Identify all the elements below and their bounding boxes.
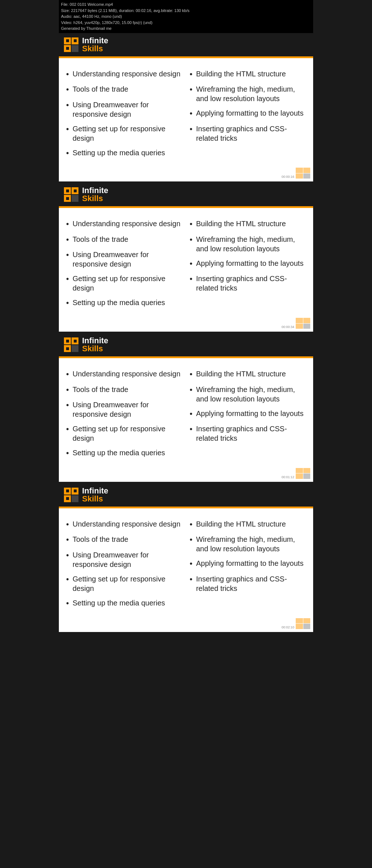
logo-square-tl	[64, 37, 71, 44]
right-col-3: Building the HTML structureWireframing t…	[190, 369, 306, 464]
timestamp-3: 00:01:12	[282, 475, 294, 479]
slide-header-3: Infinite Skills	[59, 333, 313, 356]
slide-header-4: Infinite Skills	[59, 483, 313, 507]
slide-content-4: Understanding responsive designTools of …	[59, 508, 313, 632]
brand-name: Infinite	[82, 337, 108, 345]
logo-icon	[64, 187, 78, 202]
right-item-3-3: Applying formatting to the layouts	[190, 409, 306, 419]
left-item-2-5: Setting up the media queries	[66, 298, 182, 308]
file-info-line1: File: 002 0101 Welcome.mp4	[61, 1, 311, 8]
right-col-2: Building the HTML structureWireframing t…	[190, 219, 306, 313]
file-info-line3: Audio: aac, 44100 Hz, mono (und)	[61, 13, 311, 20]
slide-2: Infinite Skills Understanding responsive…	[59, 183, 313, 332]
left-list-3: Understanding responsive designTools of …	[66, 369, 182, 459]
logo-square-bl	[64, 45, 71, 52]
right-item-4-3: Applying formatting to the layouts	[190, 559, 306, 569]
left-item-1-2: Tools of the trade	[66, 84, 182, 95]
timestamp-2: 00:00:34	[282, 325, 294, 329]
right-item-3-4: Inserting graphics and CSS-related trick…	[190, 424, 306, 443]
logo-square-br	[72, 195, 78, 202]
file-info-line2: Size: 2217647 bytes (2.11 MiB), duration…	[61, 8, 311, 14]
right-item-3-2: Wireframing the high, medium, and low re…	[190, 385, 306, 404]
left-item-2-1: Understanding responsive design	[66, 219, 182, 229]
logo-square-tr	[72, 37, 78, 44]
left-item-2-3: Using Dreamweaver for responsive design	[66, 250, 182, 269]
left-list-2: Understanding responsive designTools of …	[66, 219, 182, 308]
file-info-bar: File: 002 0101 Welcome.mp4 Size: 2217647…	[59, 0, 313, 33]
right-item-1-3: Applying formatting to the layouts	[190, 108, 306, 119]
right-col-1: Building the HTML structureWireframing t…	[190, 69, 306, 164]
slide-1: Infinite Skills Understanding responsive…	[59, 33, 313, 182]
left-item-1-5: Setting up the media queries	[66, 148, 182, 159]
right-item-2-1: Building the HTML structure	[190, 219, 306, 229]
slide-content-3: Understanding responsive designTools of …	[59, 358, 313, 482]
left-item-3-4: Getting set up for responsive design	[66, 424, 182, 443]
left-item-4-5: Setting up the media queries	[66, 598, 182, 609]
brand-name: Infinite	[82, 487, 108, 495]
brand-sub: Skills	[82, 495, 108, 503]
logo-square-br	[72, 345, 78, 352]
brand-sub: Skills	[82, 345, 108, 353]
left-item-4-1: Understanding responsive design	[66, 519, 182, 530]
slide-4: Infinite Skills Understanding responsive…	[59, 483, 313, 632]
right-item-2-2: Wireframing the high, medium, and low re…	[190, 235, 306, 253]
right-item-4-1: Building the HTML structure	[190, 519, 306, 530]
watermark-2	[296, 318, 310, 329]
left-item-3-2: Tools of the trade	[66, 385, 182, 395]
logo-square-bl	[64, 195, 71, 202]
logo-square-bl	[64, 345, 71, 352]
logo-text: Infinite Skills	[82, 37, 108, 53]
left-col-4: Understanding responsive designTools of …	[66, 519, 182, 614]
right-item-4-4: Inserting graphics and CSS-related trick…	[190, 574, 306, 593]
right-item-1-1: Building the HTML structure	[190, 69, 306, 80]
logo-icon	[64, 488, 78, 502]
logo-icon	[64, 337, 78, 352]
left-item-4-4: Getting set up for responsive design	[66, 574, 182, 593]
watermark-1	[296, 168, 310, 179]
right-list-2: Building the HTML structureWireframing t…	[190, 219, 306, 293]
left-item-2-2: Tools of the trade	[66, 235, 182, 245]
slide-3: Infinite Skills Understanding responsive…	[59, 333, 313, 482]
brand-sub: Skills	[82, 45, 108, 53]
logo-square-br	[72, 495, 78, 502]
left-item-3-5: Setting up the media queries	[66, 448, 182, 459]
logo-square-tr	[72, 187, 78, 194]
logo-square-bl	[64, 495, 71, 502]
left-col-3: Understanding responsive designTools of …	[66, 369, 182, 464]
logo-text: Infinite Skills	[82, 337, 108, 353]
left-item-2-4: Getting set up for responsive design	[66, 274, 182, 293]
left-item-3-3: Using Dreamweaver for responsive design	[66, 400, 182, 419]
logo-square-tl	[64, 488, 71, 495]
right-list-3: Building the HTML structureWireframing t…	[190, 369, 306, 443]
logo-text: Infinite Skills	[82, 487, 108, 503]
logo-icon	[64, 37, 78, 52]
slide-header-2: Infinite Skills	[59, 183, 313, 206]
left-item-1-3: Using Dreamweaver for responsive design	[66, 100, 182, 119]
logo-square-tr	[72, 488, 78, 495]
brand-name: Infinite	[82, 187, 108, 195]
slide-header-1: Infinite Skills	[59, 33, 313, 56]
watermark-4	[296, 618, 310, 629]
right-col-4: Building the HTML structureWireframing t…	[190, 519, 306, 614]
right-item-4-2: Wireframing the high, medium, and low re…	[190, 535, 306, 553]
left-col-2: Understanding responsive designTools of …	[66, 219, 182, 313]
right-item-1-4: Inserting graphics and CSS-related trick…	[190, 124, 306, 143]
slide-content-2: Understanding responsive designTools of …	[59, 208, 313, 332]
left-col-1: Understanding responsive designTools of …	[66, 69, 182, 164]
left-item-3-1: Understanding responsive design	[66, 369, 182, 380]
brand-sub: Skills	[82, 195, 108, 203]
slide-content-1: Understanding responsive designTools of …	[59, 58, 313, 182]
brand-name: Infinite	[82, 37, 108, 45]
left-item-1-1: Understanding responsive design	[66, 69, 182, 80]
logo-square-tr	[72, 337, 78, 344]
timestamp-4: 00:02:10	[282, 625, 294, 629]
right-item-2-3: Applying formatting to the layouts	[190, 259, 306, 269]
logo-square-br	[72, 45, 78, 52]
right-item-1-2: Wireframing the high, medium, and low re…	[190, 84, 306, 103]
left-item-4-3: Using Dreamweaver for responsive design	[66, 550, 182, 569]
right-list-1: Building the HTML structureWireframing t…	[190, 69, 306, 143]
right-item-3-1: Building the HTML structure	[190, 369, 306, 380]
logo-text: Infinite Skills	[82, 187, 108, 203]
logo-square-tl	[64, 337, 71, 344]
file-info-line4: Video: h264, yuv420p, 1280x720, 15.00 fp…	[61, 20, 311, 26]
